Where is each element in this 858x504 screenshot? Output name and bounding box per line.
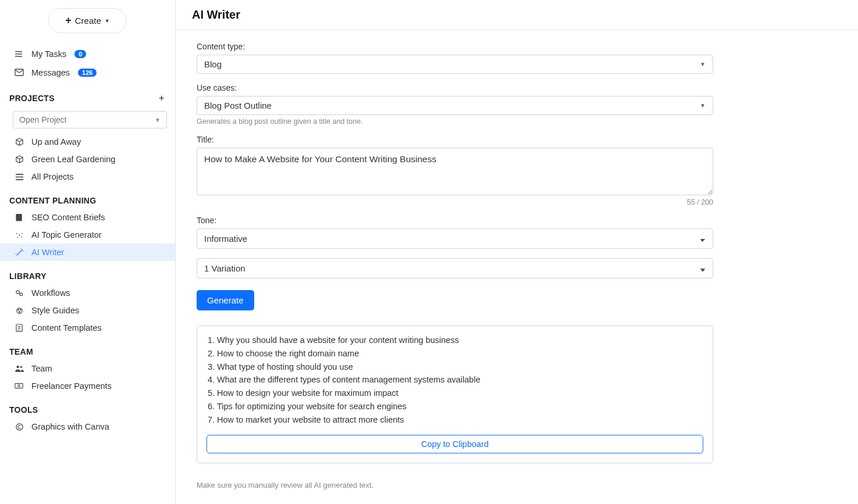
badge: 0 [74,50,86,58]
library-header: LIBRARY [0,266,175,284]
tools-header: TOOLS [0,399,175,418]
project-item[interactable]: Green Leaf Gardening [0,151,175,168]
cube-icon [14,138,24,146]
lib-templates[interactable]: Content Templates [0,319,175,337]
gears-icon [14,289,24,298]
create-button-label: Create [75,16,101,26]
page-title: AI Writer [192,8,842,22]
svg-point-9 [16,308,22,313]
svg-point-15 [20,366,22,367]
tool-canva[interactable]: Graphics with Canva [0,418,175,435]
freelancer-payments[interactable]: Freelancer Payments [0,377,175,395]
open-project-placeholder: Open Project [19,115,67,124]
nav-item-label: My Tasks [31,49,66,59]
use-cases-label: Use cases: [197,83,713,92]
chevron-down-icon: ▼ [700,61,706,67]
tasks-icon [14,49,24,59]
lib-workflows[interactable]: Workflows [0,284,175,302]
svg-point-6 [21,236,22,237]
nav-item-label: Messages [31,68,70,77]
page-header: AI Writer [176,0,858,30]
title-input[interactable]: How to Make A Website for Your Content W… [197,148,713,195]
team-item-label: Freelancer Payments [31,381,112,391]
tone-select[interactable]: Informative [197,228,713,249]
content-planning-header: CONTENT PLANNING [0,190,175,209]
project-label: Up and Away [31,137,81,146]
chevron-down-icon: ▼ [105,18,110,24]
svg-point-8 [19,293,22,296]
svg-rect-16 [15,384,23,388]
output-box: Why you should have a website for your c… [197,326,713,463]
team-header: TEAM [0,341,175,360]
output-list: Why you should have a website for your c… [207,334,703,426]
cube-icon [14,155,24,164]
canva-icon [14,423,24,431]
envelope-icon [14,69,24,77]
title-label: Title: [197,135,713,144]
copy-clipboard-button[interactable]: Copy to Clipboard [207,435,703,453]
nav-my-tasks[interactable]: My Tasks 0 [0,45,175,63]
svg-point-3 [16,233,17,234]
footer-note: Make sure you manually review all AI gen… [197,481,713,489]
output-item: What are the different types of content … [217,374,703,387]
content-type-label: Content type: [197,42,713,51]
output-item: How to choose the right domain name [217,348,703,360]
svg-point-11 [20,309,21,310]
output-item: Why you should have a website for your c… [217,334,703,347]
content-type-select[interactable]: Blog ▼ [197,55,713,74]
lib-item-label: Content Templates [31,323,102,333]
svg-point-14 [16,366,19,368]
lib-item-label: Style Guides [31,306,79,315]
tone-label: Tone: [197,216,713,225]
svg-point-17 [18,385,20,387]
open-project-select[interactable]: Open Project ▼ [13,111,167,128]
sidebar: + Create ▼ My Tasks 0 Messages 126 PROJE… [0,0,176,504]
nav-messages[interactable]: Messages 126 [0,63,175,82]
project-label: Green Leaf Gardening [31,155,115,164]
svg-point-4 [22,233,23,234]
use-cases-helper: Generates a blog post outline given a ti… [197,117,713,126]
people-icon [14,364,24,373]
team-item[interactable]: Team [0,360,175,377]
cp-ai-writer[interactable]: AI Writer [0,244,175,261]
svg-point-12 [19,311,20,312]
document-icon [14,213,24,222]
variation-select[interactable]: 1 Variation [197,258,713,278]
tool-item-label: Graphics with Canva [31,422,109,431]
money-icon [14,383,24,389]
add-project-icon[interactable]: + [159,92,165,104]
create-button[interactable]: + Create ▼ [48,8,126,33]
output-item: What type of hosting should you use [217,361,703,374]
output-item: How to market your website to attract mo… [217,414,703,427]
list-icon [14,173,24,181]
svg-point-5 [17,237,18,238]
svg-rect-1 [16,213,22,220]
svg-point-2 [19,234,20,235]
team-item-label: Team [31,364,52,373]
title-char-count: 55 / 200 [197,198,713,206]
main-content: AI Writer Content type: Blog ▼ Use cases… [176,0,858,504]
wand-icon [14,248,24,257]
projects-header: PROJECTS + [0,87,175,108]
chevron-down-icon: ▼ [155,117,161,123]
svg-point-10 [17,309,19,310]
output-item: Tips for optimizing your website for sea… [217,401,703,413]
use-cases-select[interactable]: Blog Post Outline ▼ [197,96,713,115]
plus-icon: + [65,15,72,27]
cp-topic-generator[interactable]: AI Topic Generator [0,226,175,244]
project-label: All Projects [31,172,74,181]
palette-icon [14,306,24,315]
cp-item-label: AI Writer [31,248,64,257]
lib-item-label: Workflows [31,288,70,298]
badge: 126 [78,69,97,77]
svg-point-7 [16,290,19,294]
cp-item-label: SEO Content Briefs [31,213,105,222]
cp-seo-briefs[interactable]: SEO Content Briefs [0,209,175,226]
project-all[interactable]: All Projects [0,168,175,185]
cp-item-label: AI Topic Generator [31,230,102,240]
lib-style-guides[interactable]: Style Guides [0,302,175,319]
project-item[interactable]: Up and Away [0,133,175,151]
generate-button[interactable]: Generate [197,290,254,310]
template-icon [14,324,24,333]
sparkle-icon [14,231,24,240]
